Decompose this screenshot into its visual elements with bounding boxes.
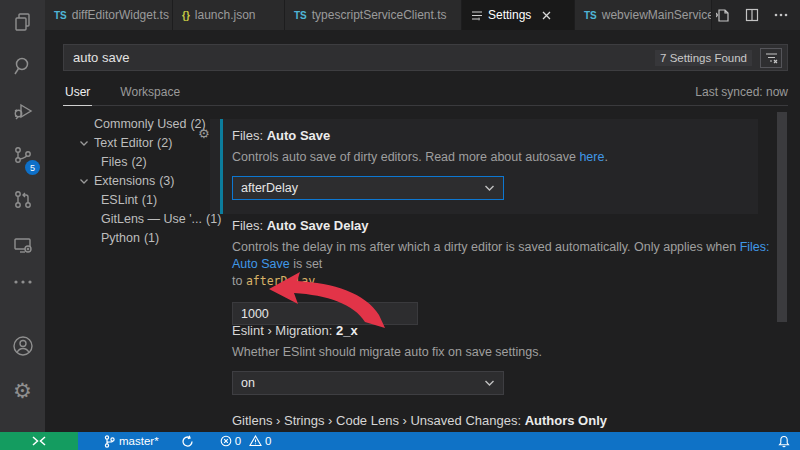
warning-icon bbox=[249, 435, 262, 447]
toc-item-text-editor[interactable]: Text Editor(2) bbox=[55, 133, 213, 152]
toc-item-files[interactable]: Files(2) bbox=[55, 152, 213, 171]
settings-search-input[interactable]: auto save 7 Settings Found bbox=[63, 44, 788, 71]
account-icon[interactable] bbox=[0, 326, 45, 366]
error-icon bbox=[220, 435, 232, 447]
setting-description: Controls auto save of dirty editors. Rea… bbox=[232, 149, 780, 166]
editor-actions bbox=[715, 0, 800, 30]
run-debug-icon[interactable] bbox=[0, 91, 45, 131]
toc-item-gitlens[interactable]: GitLens — Use '...(1) bbox=[55, 209, 213, 228]
autosave-here-link[interactable]: here bbox=[579, 150, 604, 164]
settings-list: ⚙ Files: Auto Save Controls auto save of… bbox=[210, 105, 785, 432]
split-editor-icon[interactable] bbox=[745, 8, 759, 22]
tab-diffeditorwidget[interactable]: TS diffEditorWidget.ts bbox=[45, 0, 173, 30]
settings-scrollbar[interactable] bbox=[777, 112, 787, 322]
search-icon[interactable] bbox=[0, 46, 45, 86]
close-icon[interactable] bbox=[542, 11, 551, 20]
remote-icon bbox=[32, 436, 46, 446]
setting-title: Gitlens › Strings › Code Lens › Unsaved … bbox=[232, 413, 607, 428]
scope-tab-user[interactable]: User bbox=[63, 85, 92, 106]
status-bar: master* 0 0 bbox=[0, 432, 800, 450]
chevron-down-icon bbox=[484, 184, 495, 192]
auto-save-dropdown[interactable]: afterDelay bbox=[232, 176, 504, 200]
warnings-indicator[interactable]: 0 bbox=[249, 435, 271, 447]
toc-item-eslint[interactable]: ESLint(1) bbox=[55, 190, 213, 209]
setting-description: Whether ESlint should migrate auto fix o… bbox=[232, 344, 780, 361]
settings-scope-row: User Workspace Last synced: now bbox=[63, 79, 788, 106]
chevron-down-icon bbox=[78, 175, 90, 187]
search-query-text: auto save bbox=[73, 50, 655, 65]
source-control-icon[interactable]: 5 bbox=[0, 136, 45, 176]
scope-tab-workspace[interactable]: Workspace bbox=[118, 85, 182, 105]
activity-bar: 5 ⚙ bbox=[0, 0, 45, 432]
clear-filters-icon[interactable] bbox=[760, 48, 782, 68]
tab-label: launch.json bbox=[195, 8, 256, 22]
explorer-icon[interactable] bbox=[0, 2, 45, 42]
chevron-down-icon bbox=[484, 379, 495, 387]
settings-editor: auto save 7 Settings Found User Workspac… bbox=[45, 30, 800, 432]
settings-tune-icon bbox=[471, 9, 483, 21]
setting-eslint-migration: Eslint › Migration: 2_x Whether ESlint s… bbox=[210, 323, 780, 395]
toc-item-python[interactable]: Python(1) bbox=[55, 228, 213, 247]
toc-item-extensions[interactable]: Extensions(3) bbox=[55, 171, 213, 190]
setting-title: Files: Auto Save Delay bbox=[232, 218, 780, 233]
bell-icon bbox=[778, 435, 790, 448]
setting-description: Controls the delay in ms after which a d… bbox=[232, 239, 780, 290]
branch-icon bbox=[104, 435, 115, 448]
tab-webviewmainservice[interactable]: TS webviewMainService.t bbox=[575, 0, 712, 30]
sync-icon bbox=[181, 435, 194, 448]
auto-save-delay-input[interactable]: 1000 bbox=[232, 302, 418, 325]
tab-label: diffEditorWidget.ts bbox=[72, 8, 169, 22]
tab-typescriptserviceclient[interactable]: TS typescriptServiceClient.ts bbox=[285, 0, 462, 30]
tab-launch-json[interactable]: {} launch.json bbox=[173, 0, 285, 30]
error-count: 0 bbox=[235, 435, 241, 447]
modified-indicator bbox=[220, 119, 223, 214]
eslint-migration-dropdown[interactable]: on bbox=[232, 371, 504, 395]
last-synced-label: Last synced: now bbox=[695, 85, 788, 105]
tab-settings[interactable]: Settings bbox=[462, 0, 575, 30]
settings-toc: Commonly Used(2) Text Editor(2) Files(2)… bbox=[55, 114, 213, 247]
setting-gitlens-codelens: Gitlens › Strings › Code Lens › Unsaved … bbox=[210, 413, 607, 428]
tab-label: typescriptServiceClient.ts bbox=[312, 8, 447, 22]
toc-item-commonly-used[interactable]: Commonly Used(2) bbox=[55, 114, 213, 133]
open-settings-json-icon[interactable] bbox=[715, 8, 730, 23]
settings-found-count: 7 Settings Found bbox=[655, 50, 752, 66]
sync-button[interactable] bbox=[181, 435, 194, 448]
typescript-file-icon: TS bbox=[584, 10, 597, 21]
setting-title: Eslint › Migration: 2_x bbox=[232, 323, 780, 338]
github-pr-icon[interactable] bbox=[0, 180, 45, 220]
setting-files-auto-save-delay: Files: Auto Save Delay Controls the dela… bbox=[210, 218, 780, 325]
warning-count: 0 bbox=[265, 435, 271, 447]
typescript-file-icon: TS bbox=[294, 10, 307, 21]
typescript-file-icon: TS bbox=[54, 10, 67, 21]
manage-gear-icon[interactable]: ⚙ bbox=[0, 370, 45, 410]
setting-title: Files: Auto Save bbox=[232, 128, 758, 143]
tab-label: webviewMainService.t bbox=[602, 8, 712, 22]
scm-badge: 5 bbox=[25, 160, 40, 175]
setting-gear-icon[interactable]: ⚙ bbox=[198, 127, 210, 140]
tab-bar: TS diffEditorWidget.ts {} launch.json TS… bbox=[45, 0, 800, 30]
notifications-bell[interactable] bbox=[778, 435, 790, 448]
chevron-down-icon bbox=[78, 137, 90, 149]
more-views-icon[interactable] bbox=[0, 262, 45, 302]
setting-files-auto-save: Files: Auto Save Controls auto save of d… bbox=[210, 119, 758, 214]
more-actions-icon[interactable] bbox=[774, 13, 788, 17]
remote-explorer-icon[interactable] bbox=[0, 226, 45, 266]
afterdelay-code-text: afterDelay bbox=[246, 274, 315, 288]
remote-indicator[interactable] bbox=[0, 432, 78, 450]
branch-indicator[interactable]: master* bbox=[104, 435, 159, 448]
branch-name: master* bbox=[119, 435, 159, 447]
errors-indicator[interactable]: 0 bbox=[220, 435, 241, 447]
json-file-icon: {} bbox=[182, 10, 190, 21]
tab-label: Settings bbox=[488, 8, 531, 22]
